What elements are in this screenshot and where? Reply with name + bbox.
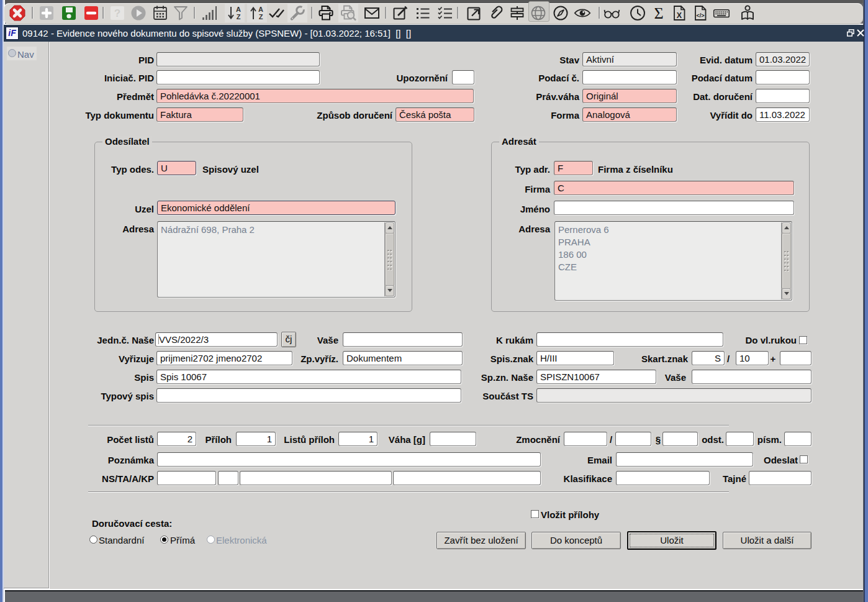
svg-text:?: ?: [114, 7, 120, 19]
svg-text:</>: </>: [696, 12, 704, 19]
svg-text:Σ: Σ: [654, 4, 663, 22]
svg-text:A: A: [236, 6, 241, 13]
svg-text:A: A: [258, 6, 263, 13]
svg-text:X: X: [677, 11, 682, 20]
svg-text:Z: Z: [259, 13, 263, 21]
svg-text:Z: Z: [237, 13, 241, 21]
